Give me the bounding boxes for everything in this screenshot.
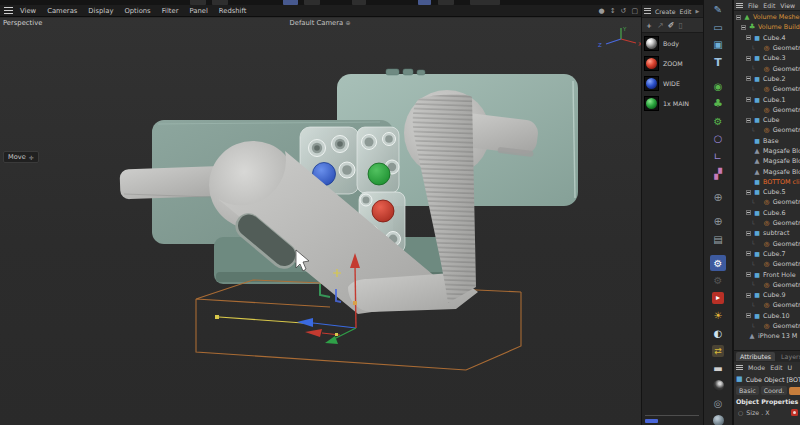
attr-menu-mode[interactable]: Mode	[748, 364, 765, 371]
expander-icon[interactable]	[746, 190, 751, 195]
material-swatch[interactable]	[644, 76, 659, 91]
menu-redshift[interactable]: Redshift	[219, 7, 247, 15]
volume-builder-icon[interactable]	[710, 96, 726, 112]
tree-row[interactable]: Base	[734, 136, 800, 146]
tree-row[interactable]: Volume Mesher	[734, 12, 800, 22]
tree-row[interactable]: Cube.4	[734, 33, 800, 43]
material-swatch[interactable]	[644, 36, 659, 51]
tree-row[interactable]: Geometry	[734, 321, 800, 331]
material-item[interactable]: 1x MAIN	[642, 93, 703, 113]
generator-icon[interactable]	[710, 113, 726, 129]
tree-row[interactable]: subtract	[734, 228, 800, 238]
sphere-a-icon[interactable]	[710, 413, 726, 425]
expander-icon[interactable]	[746, 313, 751, 318]
chevron-right-icon[interactable]: ▶	[696, 8, 700, 14]
camera-switch-icon[interactable]: ⊕	[345, 19, 350, 26]
expander-icon[interactable]	[746, 76, 751, 81]
tree-row[interactable]: iPhone 13 M	[734, 331, 800, 341]
camera-tool-icon[interactable]	[710, 231, 726, 247]
menu-options[interactable]: Options	[124, 7, 150, 15]
mograph-icon[interactable]	[710, 166, 726, 182]
material-swatch[interactable]	[644, 96, 659, 111]
subdiv-icon[interactable]	[710, 78, 726, 94]
exchange-icon[interactable]	[710, 343, 726, 359]
object-menu-edit[interactable]: Edit	[763, 2, 775, 9]
subtab-coord[interactable]: Coord.	[761, 386, 788, 395]
tree-row[interactable]: Cube.9	[734, 290, 800, 300]
pen-icon[interactable]	[710, 2, 726, 18]
spline-corner-icon[interactable]	[710, 148, 726, 164]
hamburger-icon[interactable]	[4, 7, 13, 14]
material-scroll-chip[interactable]	[645, 419, 658, 423]
expander-icon[interactable]	[746, 251, 751, 256]
tree-row[interactable]: Magsafe Blo	[734, 146, 800, 156]
tree-row[interactable]: Geometry	[734, 63, 800, 73]
attr-menu-user[interactable]: U	[787, 364, 792, 371]
tree-row[interactable]: Geometry	[734, 84, 800, 94]
expander-icon[interactable]	[746, 118, 751, 123]
sphere-dark-icon[interactable]	[710, 378, 726, 394]
subtab-object-active[interactable]	[789, 387, 800, 395]
tree-row[interactable]: Cube.1	[734, 94, 800, 104]
viewport-view-label[interactable]: Perspective	[3, 19, 42, 27]
tree-row[interactable]: Cube.10	[734, 311, 800, 321]
menu-view[interactable]: View	[20, 7, 36, 15]
updown-icon[interactable]: ↕	[610, 7, 616, 15]
tab-layers[interactable]: Layers	[778, 352, 800, 361]
menu-display[interactable]: Display	[88, 7, 113, 15]
tree-row[interactable]: BOTTOM cli	[734, 177, 800, 187]
stage-icon[interactable]	[710, 290, 726, 306]
tree-row[interactable]: Volume Builder	[734, 22, 800, 32]
tree-row[interactable]: Cube	[734, 115, 800, 125]
text-tool-icon[interactable]	[710, 54, 726, 70]
menu-panel[interactable]: Panel	[190, 7, 208, 15]
reset-view-icon[interactable]: ↺	[621, 7, 627, 15]
tree-row[interactable]: Front Hole	[734, 269, 800, 279]
record-badge-icon[interactable]	[791, 409, 798, 416]
window-icon[interactable]: ▢	[631, 7, 638, 15]
expander-icon[interactable]	[736, 15, 741, 20]
tree-row[interactable]: Cube.7	[734, 249, 800, 259]
tree-row[interactable]: Cube.3	[734, 53, 800, 63]
main-button[interactable]	[368, 163, 390, 185]
object-menu-view[interactable]: View	[780, 2, 795, 9]
tree-row[interactable]: Geometry	[734, 43, 800, 53]
tree-row[interactable]: Geometry	[734, 197, 800, 207]
hamburger-icon[interactable]	[736, 3, 743, 8]
tree-row[interactable]: Geometry	[734, 280, 800, 290]
viewport-camera-label[interactable]: Default Camera ⊕	[250, 19, 390, 27]
expander-icon[interactable]	[746, 293, 751, 298]
expander-icon[interactable]	[746, 97, 751, 102]
attr-menu-edit[interactable]: Edit	[770, 364, 782, 371]
tree-row[interactable]: Geometry	[734, 125, 800, 135]
tree-row[interactable]: Cube.5	[734, 187, 800, 197]
hamburger-icon[interactable]	[644, 8, 651, 14]
tree-row[interactable]: Cube.2	[734, 74, 800, 84]
tree-row[interactable]: Magsafe Blo	[734, 166, 800, 176]
tab-attributes[interactable]: Attributes	[736, 352, 775, 361]
arrow-tool-icon[interactable]: ↗	[657, 21, 664, 30]
material-menu-edit[interactable]: Edit	[680, 8, 692, 15]
material-swatch[interactable]	[644, 56, 659, 71]
tree-row[interactable]: Cube.6	[734, 208, 800, 218]
zoom-button[interactable]	[372, 200, 394, 222]
expander-icon[interactable]	[746, 272, 751, 277]
size-x-row[interactable]: ○ Size . X	[734, 407, 800, 418]
menu-filter[interactable]: Filter	[162, 7, 179, 15]
orientation-axis-gizmo[interactable]: Y Z X	[596, 24, 641, 56]
tree-row[interactable]: Geometry	[734, 259, 800, 269]
expander-icon[interactable]	[746, 231, 751, 236]
spline-circle-icon[interactable]	[710, 131, 726, 147]
eyedropper-icon[interactable]: ✐	[668, 21, 675, 30]
cube-tool-icon[interactable]	[710, 37, 726, 53]
rect-tool-icon[interactable]	[710, 19, 726, 35]
camera-module-middle[interactable]	[357, 127, 399, 193]
environment-icon[interactable]	[710, 255, 726, 271]
delete-icon[interactable]: ▯	[678, 21, 682, 30]
sphere-icon[interactable]: ●	[599, 7, 605, 15]
subtab-basic[interactable]: Basic	[736, 386, 759, 395]
shading-icon[interactable]	[710, 325, 726, 341]
expander-icon[interactable]	[746, 56, 751, 61]
tree-row[interactable]: Geometry	[734, 105, 800, 115]
expander-icon[interactable]	[741, 25, 746, 30]
